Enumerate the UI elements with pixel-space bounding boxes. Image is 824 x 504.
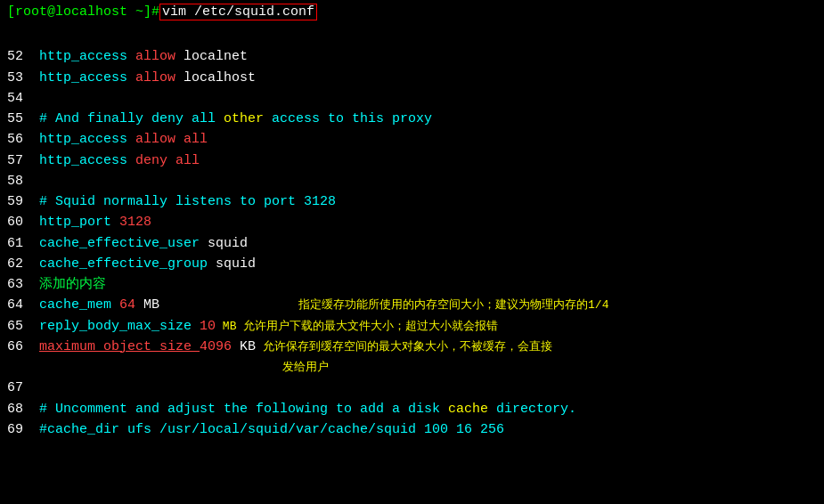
code-area: 52 http_access allow localnet 53 http_ac… [7,26,817,440]
prompt-user: [root@localhost ~]# [7,4,159,20]
line-53: 53 http_access allow localhost [7,68,817,88]
line-58: 58 [7,171,817,191]
line-54: 54 [7,88,817,109]
prompt-cmd: vim /etc/squid.conf [159,4,317,20]
line-61: 61 cache_effective_user squid [7,233,817,254]
line-63: 63 添加的内容 [7,274,817,295]
line-56: 56 http_access allow all [7,129,817,150]
line-65: 65 reply_body_max_size 10 MB 允许用户下载的最大文件… [7,316,817,337]
line-57: 57 http_access deny all [7,150,817,171]
prompt-line: [root@localhost ~]# vim /etc/squid.conf [7,4,817,20]
line-68: 68 # Uncomment and adjust the following … [7,399,817,419]
line-62: 62 cache_effective_group squid [7,254,817,274]
line-59: 59 # Squid normally listens to port 3128 [7,191,817,212]
line-69: 69 #cache_dir ufs /usr/local/squid/var/c… [7,419,817,440]
line-blank-1 [7,26,817,46]
line-64: 64 cache_mem 64 MB 指定缓存功能所使用的内存空间大小；建议为物… [7,295,817,315]
terminal-window: [root@localhost ~]# vim /etc/squid.conf … [0,0,824,504]
line-52: 52 http_access allow localnet [7,46,817,67]
line-67: 67 [7,378,817,398]
line-60: 60 http_port 3128 [7,212,817,232]
line-66-cont: 发给用户 [7,357,817,378]
line-55: 55 # And finally deny all other access t… [7,109,817,129]
line-66: 66 maximum_object_size 4096 KB 允许保存到缓存空间… [7,337,817,357]
